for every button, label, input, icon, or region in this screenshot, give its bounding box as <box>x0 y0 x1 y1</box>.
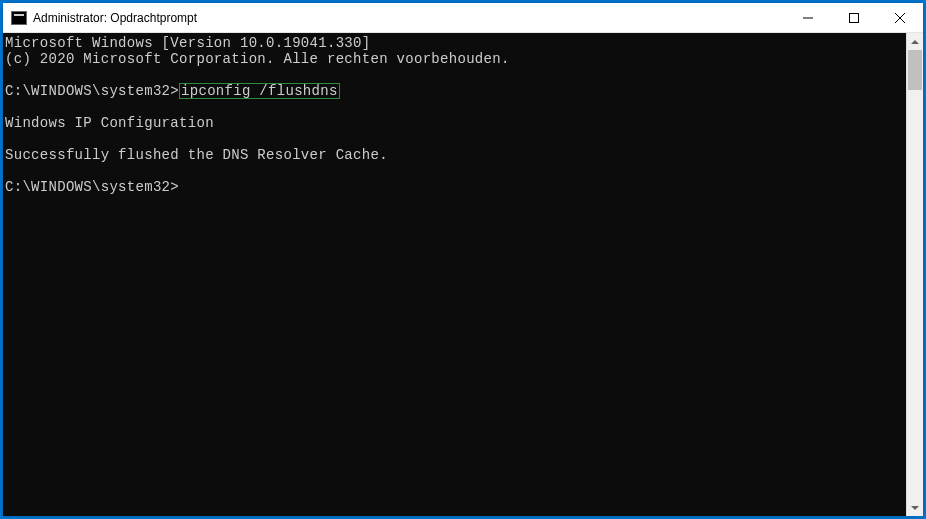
titlebar[interactable]: Administrator: Opdrachtprompt <box>3 3 923 33</box>
svg-marker-5 <box>911 506 919 510</box>
prompt-path: C:\WINDOWS\system32> <box>5 179 179 195</box>
output-line: Windows IP Configuration <box>5 115 214 131</box>
output-line: Successfully flushed the DNS Resolver Ca… <box>5 147 388 163</box>
scroll-thumb[interactable] <box>908 50 922 90</box>
window-controls <box>785 3 923 32</box>
maximize-button[interactable] <box>831 3 877 32</box>
cmd-icon <box>11 11 27 25</box>
terminal-output[interactable]: Microsoft Windows [Version 10.0.19041.33… <box>3 33 906 516</box>
output-line: Microsoft Windows [Version 10.0.19041.33… <box>5 35 370 51</box>
scroll-up-arrow[interactable] <box>907 33 923 50</box>
command-prompt-window: Administrator: Opdrachtprompt Microsoft … <box>3 3 923 516</box>
output-line: (c) 2020 Microsoft Corporation. Alle rec… <box>5 51 510 67</box>
content-area: Microsoft Windows [Version 10.0.19041.33… <box>3 33 923 516</box>
window-title: Administrator: Opdrachtprompt <box>33 11 785 25</box>
highlighted-command: ipconfig /flushdns <box>179 83 340 99</box>
close-button[interactable] <box>877 3 923 32</box>
svg-rect-1 <box>850 13 859 22</box>
scroll-down-arrow[interactable] <box>907 499 923 516</box>
svg-marker-4 <box>911 40 919 44</box>
vertical-scrollbar[interactable] <box>906 33 923 516</box>
scroll-track[interactable] <box>907 50 923 499</box>
prompt-path: C:\WINDOWS\system32> <box>5 83 179 99</box>
minimize-button[interactable] <box>785 3 831 32</box>
